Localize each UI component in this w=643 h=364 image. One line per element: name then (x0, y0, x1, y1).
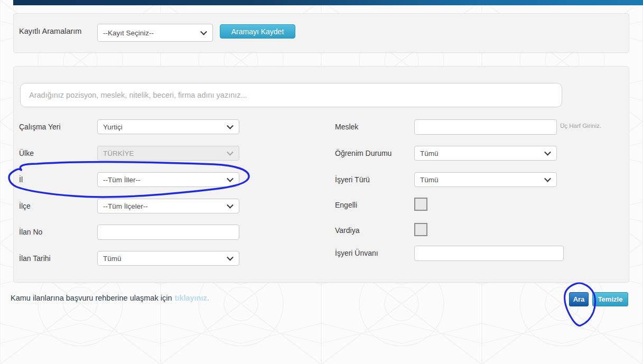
country-select: TÜRKİYE (97, 146, 239, 161)
chevron-down-icon (227, 149, 234, 156)
province-label: İl (19, 175, 23, 184)
country-label: Ülke (19, 149, 34, 157)
disabled-label: Engelli (335, 201, 357, 209)
saved-search-select[interactable]: --Kayıt Seçiniz-- (97, 24, 213, 42)
company-title-label: İşyeri Ünvanı (335, 249, 378, 257)
workplace-type-label: İşyeri Türü (335, 175, 370, 184)
chevron-down-icon (227, 175, 234, 182)
workplace-select-value: Yurtiçi (103, 123, 123, 131)
search-button[interactable]: Ara (569, 292, 589, 306)
chevron-down-icon (544, 149, 551, 156)
job-search-page: Kayıtlı Aramalarım --Kayıt Seçiniz-- Ara… (0, 0, 643, 364)
public-listings-info-text: Kamu ilanlarına başvuru rehberine ulaşma… (11, 294, 172, 302)
chevron-down-icon (227, 254, 234, 261)
workplace-type-select-value: Tümü (420, 176, 439, 184)
company-title-input[interactable] (414, 246, 564, 261)
shift-checkbox[interactable] (414, 223, 427, 236)
country-select-value: TÜRKİYE (103, 150, 134, 157)
public-listings-info: Kamu ilanlarına başvuru rehberine ulaşma… (11, 294, 209, 302)
occupation-hint: Üç Harf Giriniz. (560, 123, 601, 129)
public-listings-link[interactable]: tıklayınız. (174, 294, 209, 302)
saved-searches-label: Kayıtlı Aramalarım (19, 27, 81, 35)
chevron-down-icon (227, 123, 234, 129)
workplace-type-select[interactable]: Tümü (414, 172, 557, 187)
district-label: İlçe (19, 202, 31, 210)
education-select[interactable]: Tümü (414, 146, 557, 161)
listing-no-input[interactable] (97, 225, 239, 240)
workplace-label: Çalışma Yeri (19, 123, 61, 131)
province-select[interactable]: --Tüm İller-- (97, 172, 239, 187)
chevron-down-icon (227, 202, 234, 209)
occupation-input[interactable] (414, 119, 557, 135)
saved-searches-panel: Kayıtlı Aramalarım --Kayıt Seçiniz-- Ara… (13, 13, 629, 53)
clear-button[interactable]: Temizle (592, 292, 628, 306)
province-select-value: --Tüm İller-- (103, 176, 141, 184)
shift-label: Vardiya (335, 226, 359, 235)
listing-date-select-value: Tümü (103, 255, 122, 263)
education-select-value: Tümü (420, 150, 439, 157)
listing-date-select[interactable]: Tümü (97, 251, 239, 266)
listing-no-label: İlan No (19, 228, 42, 236)
district-select-value: --Tüm İlçeler-- (103, 202, 148, 210)
top-bar (13, 0, 643, 5)
listing-date-label: İlan Tarihi (19, 254, 51, 263)
keyword-search-input[interactable] (20, 83, 562, 107)
job-search-filter-panel: Çalışma Yeri Yurtiçi Ülke TÜRKİYE İl --T… (13, 66, 629, 283)
district-select[interactable]: --Tüm İlçeler-- (97, 199, 239, 213)
chevron-down-icon (200, 29, 207, 35)
disabled-checkbox[interactable] (414, 198, 427, 211)
chevron-down-icon (544, 175, 551, 182)
occupation-label: Meslek (335, 123, 358, 131)
workplace-select[interactable]: Yurtiçi (97, 119, 239, 134)
save-search-button[interactable]: Aramayı Kaydet (220, 24, 295, 39)
saved-search-select-value: --Kayıt Seçiniz-- (103, 29, 154, 37)
education-label: Öğrenim Durumu (335, 149, 392, 157)
